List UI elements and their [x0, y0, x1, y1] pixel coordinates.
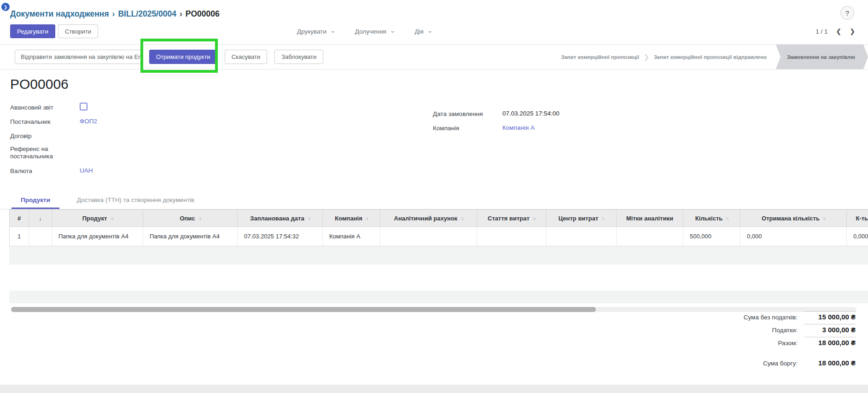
col-expense-item[interactable]: Стаття витрат↑↓: [477, 210, 546, 227]
col-quantity-header: Кількість↑↓: [683, 215, 740, 222]
tab-products[interactable]: Продукти: [12, 193, 59, 209]
col-received-quantity-header: Отримана кількість↑↓: [740, 215, 846, 222]
col-product-cell: Папка для документів А4: [52, 227, 143, 246]
col-expense-item-cell: [477, 227, 546, 246]
create-button[interactable]: Створити: [58, 24, 98, 38]
sort-icon: ↑↓: [532, 216, 535, 221]
total-label: Разом:: [778, 340, 798, 347]
breadcrumb-bill[interactable]: BILL/2025/0004: [118, 9, 176, 18]
sort-desc-icon: ↓: [534, 216, 535, 221]
order-date-label: Дата замовлення: [433, 109, 502, 118]
col-scheduled-date[interactable]: Запланована дата↑↓: [238, 210, 323, 227]
totals: Сума без податків:15 000,00 ₴Податки:3 0…: [644, 311, 856, 370]
breadcrumb-separator-icon: ›: [180, 9, 182, 18]
sort-icon: ↑↓: [601, 216, 604, 221]
edit-button[interactable]: Редагувати: [10, 24, 55, 38]
col-quantity-cell: 500,000: [683, 227, 740, 246]
cancel-button[interactable]: Скасувати: [225, 50, 268, 64]
col-qty-clipped[interactable]: К-ть в↑↓: [847, 210, 868, 227]
col-company-cell: Компанія А: [323, 227, 380, 246]
col-received-quantity[interactable]: Отримана кількість↑↓: [740, 210, 847, 227]
sort-icon: ↑↓: [822, 216, 825, 221]
stage-purchase-order[interactable]: Замовлення на закупівлю: [776, 45, 868, 69]
total-row-untaxed-amount: Сума без податків:15 000,00 ₴: [644, 311, 856, 322]
col-quantity-label: Кількість: [695, 215, 723, 222]
empty-row-stripe: [9, 290, 868, 303]
sort-desc-icon: ↓: [824, 216, 825, 221]
pager-next-button[interactable]: ❯: [850, 28, 855, 35]
sort-desc-icon: ↓: [309, 216, 310, 221]
scrollbar-thumb[interactable]: [11, 307, 596, 312]
col-analytic-tags: Мітки аналітики: [617, 210, 683, 227]
sort-icon: ↑↓: [307, 216, 310, 221]
col-cost-center[interactable]: Центр витрат↑↓: [546, 210, 617, 227]
pager: 1 / 1 ❮ ❯: [816, 23, 855, 40]
advance-report-checkbox[interactable]: [80, 103, 87, 110]
breadcrumb-receipts[interactable]: Документи надходження: [10, 9, 109, 18]
sort-desc-icon: ↓: [199, 216, 201, 221]
stage-rfq-sent[interactable]: Запит комерційної пропозиції відправлено: [649, 54, 771, 60]
col-index: #: [10, 210, 29, 227]
col-analytic-tags-cell: [617, 227, 683, 246]
attachments-menu[interactable]: Долучення⌄: [355, 28, 396, 35]
order-lines-table: #↓Продукт↑↓Опис↑↓Запланована дата↑↓Компа…: [9, 209, 868, 246]
sort-icon: ↑↓: [460, 216, 463, 221]
col-sequence-header: ↓: [29, 215, 52, 222]
vendor-label: Постачальник: [10, 117, 80, 126]
col-product[interactable]: Продукт↑↓: [52, 210, 143, 227]
col-qty-clipped-header: К-ть в↑↓: [847, 215, 868, 222]
total-row-amount-due: Сума боргу:18 000,00 ₴: [644, 358, 856, 368]
col-index-header: #: [10, 215, 29, 222]
currency-value[interactable]: UAH: [80, 166, 93, 174]
nav-toggle-icon[interactable]: ❯: [1, 3, 10, 11]
footer-band: [0, 385, 868, 393]
col-company[interactable]: Компанія↑↓: [323, 210, 380, 227]
tab-delivery-documents[interactable]: Доставка (ТТН) та створення документів: [68, 193, 204, 209]
sort-desc-icon: ↓: [727, 216, 728, 221]
sort-desc-icon: ↓: [111, 216, 112, 221]
total-value: 18 000,00 ₴: [804, 337, 856, 347]
pager-prev-button[interactable]: ❮: [836, 28, 842, 35]
col-analytic-account[interactable]: Аналітичний рахунок↑↓: [380, 210, 477, 227]
amount-due-value: 18 000,00 ₴: [804, 358, 856, 368]
field-row-advance-report: Авансовий звіт: [10, 103, 332, 114]
send-po-email-button[interactable]: Відправити замовлення на закупівлю на Em…: [15, 50, 142, 64]
col-analytic-account-label: Аналітичний рахунок: [394, 215, 458, 222]
receive-products-button[interactable]: Отримати продукти: [149, 50, 217, 64]
toolbar: Редагувати Створити Друкувати⌄Долучення⌄…: [0, 23, 868, 40]
empty-row-stripe: [9, 246, 868, 265]
col-qty-clipped-label: К-ть в: [856, 215, 868, 222]
total-row-total: Разом:18 000,00 ₴: [644, 337, 856, 347]
field-row-contract: Договір: [10, 131, 332, 142]
col-quantity[interactable]: Кількість↑↓: [683, 210, 740, 227]
help-button[interactable]: ?: [840, 6, 854, 20]
col-cost-center-cell: [546, 227, 617, 246]
col-sequence[interactable]: ↓: [29, 210, 52, 227]
field-row-vendor-reference: Референс на постачальника: [10, 144, 332, 163]
stage-rfq[interactable]: Запит комерційної пропозиції: [556, 54, 644, 60]
vendor-value[interactable]: ФОП2: [80, 117, 97, 125]
col-description-label: Опис: [180, 215, 195, 222]
col-analytic-tags-label: Мітки аналітики: [626, 215, 673, 222]
empty-row-stripe: [9, 265, 868, 290]
caret-down-icon: ⌄: [390, 29, 396, 32]
table-row[interactable]: 1Папка для документів А4Папка для докуме…: [10, 227, 868, 246]
company-value[interactable]: Компанія А: [502, 123, 535, 131]
col-description[interactable]: Опис↑↓: [143, 210, 238, 227]
currency-label: Валюта: [10, 166, 80, 175]
breadcrumb-separator-icon: ›: [112, 9, 115, 18]
pager-count: 1 / 1: [816, 28, 827, 35]
advance-report-label: Авансовий звіт: [10, 103, 80, 111]
breadcrumb: Документи надходження›BILL/2025/0004›PO0…: [0, 0, 868, 19]
col-product-label: Продукт: [82, 215, 107, 222]
col-received-quantity-label: Отримана кількість: [762, 215, 820, 222]
col-expense-item-label: Стаття витрат: [488, 215, 530, 222]
print-menu[interactable]: Друкувати⌄: [297, 28, 336, 35]
lock-button[interactable]: Заблокувати: [274, 50, 323, 64]
action-menu-label: Дія: [414, 28, 423, 35]
order-date-value: 07.03.2025 17:54:00: [502, 109, 559, 117]
page-title: PO00006: [10, 76, 868, 92]
status-pipeline: Запит комерційної пропозиції❯Запит комер…: [556, 45, 868, 69]
contract-label: Договір: [10, 131, 80, 140]
action-menu[interactable]: Дія⌄: [414, 28, 432, 35]
